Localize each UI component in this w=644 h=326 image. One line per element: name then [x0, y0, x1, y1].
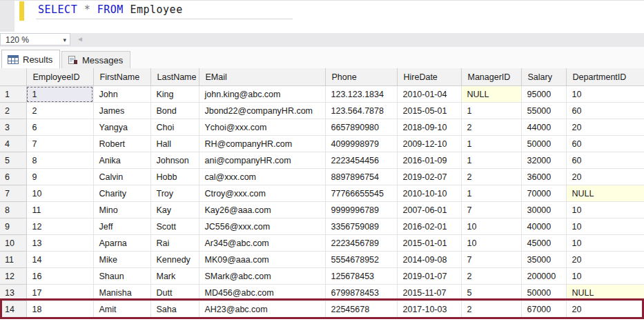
cell[interactable]: 60 — [566, 136, 644, 152]
row-number[interactable]: 10 — [0, 235, 26, 252]
cell[interactable]: Bond — [150, 103, 199, 119]
cell[interactable]: Choi — [150, 119, 199, 136]
cell[interactable]: 2010-10-10 — [397, 185, 461, 202]
row-number[interactable]: 9 — [0, 218, 26, 235]
column-header-departmentid[interactable]: DepartmentID — [566, 68, 644, 86]
cell[interactable]: 10 — [566, 268, 644, 285]
row-number[interactable]: 1 — [0, 86, 26, 103]
cell[interactable]: 77766655545 — [325, 185, 397, 202]
cell[interactable]: 10 — [26, 185, 93, 202]
cell[interactable]: Troy — [150, 185, 199, 202]
cell[interactable]: 6 — [26, 119, 93, 136]
cell[interactable]: 95000 — [521, 86, 566, 103]
cell[interactable]: James — [93, 103, 150, 119]
row-number[interactable]: 14 — [0, 301, 26, 318]
cell[interactable]: Robert — [93, 136, 150, 152]
cell[interactable]: 123.564.7878 — [325, 103, 397, 119]
cell[interactable]: 20 — [566, 119, 644, 136]
cell[interactable]: John — [93, 86, 150, 103]
scroll-left-arrow-icon[interactable]: ◄ — [77, 35, 84, 43]
cell[interactable]: 6799878453 — [325, 285, 397, 301]
column-header-lastname[interactable]: LastName — [150, 68, 199, 86]
cell[interactable]: 1 — [461, 103, 521, 119]
cell[interactable]: Shaun — [93, 268, 150, 285]
cell[interactable]: Kay — [150, 202, 199, 218]
row-number[interactable]: 13 — [0, 285, 26, 301]
column-header-email[interactable]: EMail — [199, 68, 325, 86]
cell[interactable]: AH23@abc.com — [199, 301, 325, 318]
cell[interactable]: 22545678 — [325, 301, 397, 318]
cell[interactable]: 2017-10-03 — [397, 301, 461, 318]
cell[interactable]: Hobb — [150, 169, 199, 185]
cell[interactable]: 2 — [461, 268, 521, 285]
cell[interactable]: 2223454456 — [325, 152, 397, 169]
cell[interactable]: 32000 — [521, 152, 566, 169]
row-number[interactable]: 3 — [0, 119, 26, 136]
cell[interactable]: Ctroy@xxx.com — [199, 185, 325, 202]
cell[interactable]: 2 — [461, 119, 521, 136]
cell[interactable]: 60 — [566, 103, 644, 119]
cell[interactable]: 36000 — [521, 169, 566, 185]
cell[interactable]: 10 — [461, 235, 521, 252]
cell[interactable]: 40000 — [521, 218, 566, 235]
cell[interactable]: 2019-01-07 — [397, 268, 461, 285]
cell[interactable]: Yangya — [93, 119, 150, 136]
cell[interactable]: 7 — [461, 202, 521, 218]
cell[interactable]: 2014-09-08 — [397, 252, 461, 268]
cell[interactable]: 4099998979 — [325, 136, 397, 152]
cell[interactable]: 1 — [461, 185, 521, 202]
cell[interactable]: 12 — [26, 218, 93, 235]
cell[interactable]: 200000 — [521, 268, 566, 285]
cell[interactable]: 1 — [26, 86, 93, 103]
cell[interactable]: 7 — [26, 136, 93, 152]
cell[interactable]: 50000 — [521, 136, 566, 152]
cell[interactable]: Charity — [93, 185, 150, 202]
cell[interactable]: 2010-01-04 — [397, 86, 461, 103]
cell[interactable]: 20 — [566, 301, 644, 318]
row-number[interactable]: 7 — [0, 185, 26, 202]
cell[interactable]: RH@companyHR.com — [199, 136, 325, 152]
cell[interactable]: 2019-02-07 — [397, 169, 461, 185]
cell[interactable]: Mark — [150, 268, 199, 285]
cell[interactable]: 7 — [461, 252, 521, 268]
cell[interactable]: MD456@abc.com — [199, 285, 325, 301]
cell[interactable]: 50000 — [521, 285, 566, 301]
tab-results[interactable]: Results — [1, 50, 60, 68]
cell[interactable]: 2009-12-10 — [397, 136, 461, 152]
column-header-managerid[interactable]: ManagerID — [461, 68, 521, 86]
cell[interactable]: 8897896754 — [325, 169, 397, 185]
cell[interactable]: 9999996789 — [325, 202, 397, 218]
cell[interactable]: 10 — [566, 218, 644, 235]
cell[interactable]: 10 — [566, 202, 644, 218]
sql-editor[interactable]: SELECT * FROM Employee — [0, 1, 644, 32]
cell[interactable]: Ar345@abc.com — [199, 235, 325, 252]
cell[interactable]: 1 — [461, 152, 521, 169]
cell[interactable]: 67000 — [521, 301, 566, 318]
cell[interactable]: Calvin — [93, 169, 150, 185]
cell[interactable]: Manisha — [93, 285, 150, 301]
cell[interactable]: Jeff — [93, 218, 150, 235]
cell[interactable]: 30000 — [521, 202, 566, 218]
column-header-hiredate[interactable]: HireDate — [397, 68, 461, 86]
row-number[interactable]: 2 — [0, 103, 26, 119]
cell[interactable]: 70000 — [521, 185, 566, 202]
cell[interactable]: 11 — [26, 202, 93, 218]
cell[interactable]: Dutt — [150, 285, 199, 301]
grid-corner-cell[interactable] — [0, 68, 26, 86]
cell[interactable]: Kennedy — [150, 252, 199, 268]
cell[interactable]: ani@companyHR.com — [199, 152, 325, 169]
cell[interactable]: 125678453 — [325, 268, 397, 285]
row-number[interactable]: 6 — [0, 169, 26, 185]
cell[interactable]: 10 — [461, 218, 521, 235]
cell[interactable]: 45000 — [521, 235, 566, 252]
cell[interactable]: Aparna — [93, 235, 150, 252]
cell[interactable]: 17 — [26, 285, 93, 301]
row-number[interactable]: 11 — [0, 252, 26, 268]
cell[interactable]: 2018-09-10 — [397, 119, 461, 136]
cell[interactable]: 2 — [461, 169, 521, 185]
cell[interactable]: 2 — [461, 301, 521, 318]
row-number[interactable]: 12 — [0, 268, 26, 285]
zoom-level-dropdown[interactable]: 120 % ▾ — [0, 33, 70, 45]
cell[interactable]: Scott — [150, 218, 199, 235]
cell[interactable]: cal@xxx.com — [199, 169, 325, 185]
